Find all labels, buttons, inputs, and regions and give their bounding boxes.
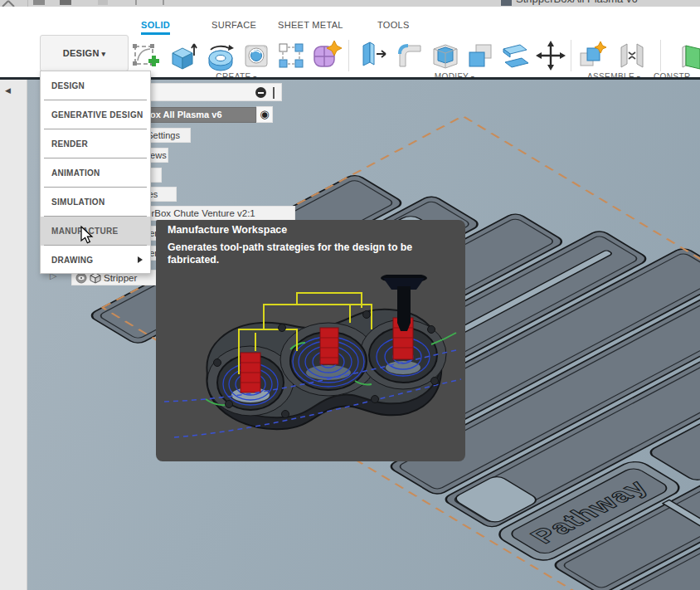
press-pull-icon xyxy=(356,39,389,72)
mouse-cursor xyxy=(80,226,95,246)
create-sketch-button[interactable] xyxy=(128,37,164,74)
document-cube-icon xyxy=(501,0,512,6)
save-icon[interactable] xyxy=(60,0,71,5)
tab-solid[interactable]: SOLID xyxy=(141,17,170,35)
tooltip-title: Manufacture Workspace xyxy=(168,224,454,236)
rectangular-pattern-icon xyxy=(275,39,308,72)
document-title: StripperBoxAll Plasma v6 xyxy=(516,0,638,5)
fusion-window: Pathway ◀ StripperBox All Plasma v6 ◉ Do… xyxy=(0,0,700,590)
new-component-button[interactable] xyxy=(573,37,610,74)
revolve-button[interactable] xyxy=(202,37,239,74)
tab-tools[interactable]: TOOLS xyxy=(377,17,410,35)
move-icon xyxy=(534,39,567,72)
cam-preview-image xyxy=(158,275,464,459)
combine-icon xyxy=(464,39,497,72)
workspace-selector-label: DESIGN xyxy=(63,48,106,58)
tab-surface[interactable]: SURFACE xyxy=(211,17,256,35)
menu-item-animation[interactable]: ANIMATION xyxy=(41,158,150,188)
collapse-arrow-icon[interactable]: ◀ xyxy=(5,86,11,95)
menu-item-render[interactable]: RENDER xyxy=(41,129,150,158)
move-button[interactable] xyxy=(532,37,569,74)
extrude-button[interactable] xyxy=(165,37,202,74)
menu-item-manufacture[interactable]: MANUFACTURE xyxy=(41,217,150,246)
menu-item-simulation[interactable]: SIMULATION xyxy=(41,188,150,217)
grid-icon[interactable] xyxy=(33,0,45,5)
fillet-button[interactable] xyxy=(391,37,428,74)
submenu-arrow-icon xyxy=(138,256,143,263)
shell-icon xyxy=(429,39,462,72)
hole-button[interactable] xyxy=(238,37,275,74)
menu-item-drawing[interactable]: DRAWING xyxy=(41,246,150,275)
offset-face-button[interactable] xyxy=(496,37,532,74)
menu-item-drawing-label: DRAWING xyxy=(51,256,93,265)
tab-sheet-metal[interactable]: SHEET METAL xyxy=(278,17,343,35)
create-sketch-icon xyxy=(129,39,163,72)
workspace-dropdown-menu: DESIGN GENERATIVE DESIGN RENDER ANIMATIO… xyxy=(40,71,151,274)
create-form-icon xyxy=(309,39,343,72)
create-form-button[interactable] xyxy=(308,37,344,74)
window-glyph-icon xyxy=(2,0,17,7)
text-caret xyxy=(273,87,275,99)
hole-icon xyxy=(240,39,273,72)
shell-button[interactable] xyxy=(427,37,464,74)
joint-button[interactable] xyxy=(614,37,650,74)
joint-icon xyxy=(615,39,649,72)
ribbon-toolbar: SOLID SURFACE SHEET METAL TOOLS DESIGN xyxy=(0,7,700,77)
app-titlebar-sliver: StripperBoxAll Plasma v6 xyxy=(0,0,700,7)
revolve-icon xyxy=(204,39,237,72)
rectangular-pattern-button[interactable] xyxy=(273,37,309,74)
activate-component-radio-icon[interactable]: ◉ xyxy=(256,106,273,123)
construction-plane-button[interactable] xyxy=(673,37,700,74)
tooltip-body: Generates tool-path strategies for the d… xyxy=(168,241,452,267)
undo-icon[interactable] xyxy=(98,0,108,5)
new-component-icon xyxy=(575,39,608,72)
menu-item-generative-design[interactable]: GENERATIVE DESIGN xyxy=(41,100,150,129)
workspace-selector-button[interactable]: DESIGN xyxy=(40,35,129,71)
fillet-icon xyxy=(393,39,426,72)
press-pull-button[interactable] xyxy=(354,37,391,74)
manufacture-workspace-tooltip: Manufacture Workspace Generates tool-pat… xyxy=(156,220,465,461)
offset-face-icon xyxy=(498,39,531,72)
minus-circle-icon[interactable] xyxy=(255,87,266,98)
browser-collapse-strip[interactable]: ◀ xyxy=(0,80,27,590)
construction-plane-icon xyxy=(674,39,700,72)
extrude-icon xyxy=(167,39,200,72)
menu-item-design[interactable]: DESIGN xyxy=(41,71,150,100)
combine-button[interactable] xyxy=(462,37,498,74)
